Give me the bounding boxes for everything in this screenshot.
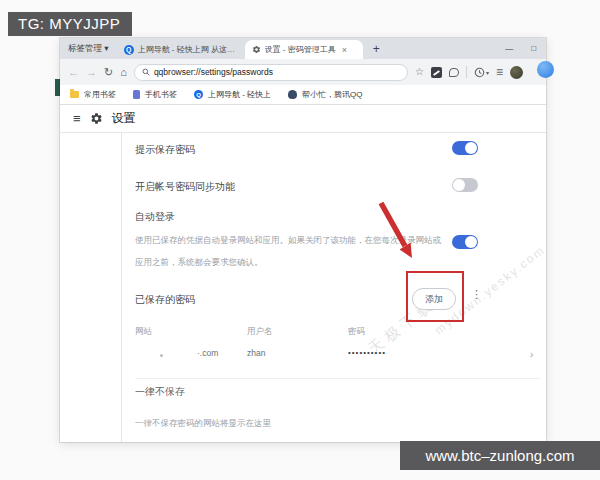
menu-icon[interactable]: ≡ xyxy=(496,66,503,78)
toolbar-divider xyxy=(466,66,467,78)
column-header-site: 网站 xyxy=(135,326,152,338)
url-text: qqbrowser://settings/passwords xyxy=(154,67,273,77)
phone-icon xyxy=(133,90,140,99)
tg-watermark-label: TG: MYYJJPP xyxy=(8,12,132,36)
tab-manager-button[interactable]: 标签管理 ▾ xyxy=(60,43,117,59)
site-watermark-label: www.btc–zunlong.com xyxy=(400,441,600,470)
minimize-button[interactable]: — xyxy=(505,44,513,53)
address-bar[interactable]: qqbrowser://settings/passwords xyxy=(134,64,408,81)
new-tab-button[interactable]: + xyxy=(363,42,390,59)
row-divider xyxy=(135,378,540,379)
row-password-dots: •••••••••• xyxy=(348,348,386,357)
bookmark-star-icon[interactable]: ☆ xyxy=(415,67,424,77)
never-save-label: 一律不保存 xyxy=(135,385,185,399)
page-title: 设置 xyxy=(112,110,136,127)
history-clock-button[interactable]: ▾ xyxy=(474,67,489,78)
home-icon[interactable]: ⌂ xyxy=(120,67,127,78)
forward-icon[interactable]: → xyxy=(86,67,97,78)
maximize-button[interactable]: □ xyxy=(531,44,536,53)
chevron-down-icon: ▾ xyxy=(486,69,489,76)
tab-settings-passwords[interactable]: 设置 - 密码管理工具 × xyxy=(245,40,363,59)
tab-nav-homepage[interactable]: Q 上网导航 - 轻快上网 从这里开始 xyxy=(117,40,245,59)
save-prompt-toggle[interactable] xyxy=(452,141,478,155)
gear-icon xyxy=(252,45,261,54)
folder-icon xyxy=(70,91,79,98)
bookmark-mobile[interactable]: 手机书签 xyxy=(145,89,177,100)
tab-title: 设置 - 密码管理工具 xyxy=(265,44,336,55)
browser-window: 标签管理 ▾ Q 上网导航 - 轻快上网 从这里开始 设置 - 密码管理工具 ×… xyxy=(60,38,546,442)
sync-toggle[interactable] xyxy=(452,178,478,192)
assistant-floating-icon[interactable] xyxy=(537,61,554,78)
chevron-right-icon[interactable]: › xyxy=(530,349,533,360)
site-favicon xyxy=(160,354,163,357)
bookmarks-bar: 常用书签 手机书签 Q 上网导航 - 轻快上 帮小忙，腾讯QQ xyxy=(60,85,546,105)
settings-sidebar xyxy=(60,133,122,442)
penguin-icon xyxy=(288,90,297,99)
qqbrowser-logo-icon: Q xyxy=(194,90,203,99)
bookmark-common[interactable]: 常用书签 xyxy=(84,89,116,100)
row-username: zhan xyxy=(247,348,265,358)
settings-content: mydown.yesky.com 天极下载站 提示保存密码 开启帐号密码同步功能… xyxy=(60,133,546,442)
feedback-bubble-icon[interactable] xyxy=(449,68,459,77)
never-save-description: 一律不保存密码的网站将显示在这里 xyxy=(135,418,271,430)
reload-icon[interactable]: ↻ xyxy=(104,67,113,78)
annotation-highlight-box xyxy=(406,271,464,322)
tab-title: 上网导航 - 轻快上网 从这里开始 xyxy=(138,44,238,55)
row-site: ·.com xyxy=(197,348,218,358)
clock-icon xyxy=(474,67,485,78)
passwords-panel: mydown.yesky.com 天极下载站 提示保存密码 开启帐号密码同步功能… xyxy=(122,133,546,442)
extension-icon[interactable] xyxy=(431,67,442,78)
tab-close-icon[interactable]: × xyxy=(342,45,347,55)
saved-passwords-label: 已保存的密码 xyxy=(135,293,195,307)
profile-avatar[interactable] xyxy=(510,66,523,79)
column-header-username: 用户名 xyxy=(247,326,273,338)
back-icon[interactable]: ← xyxy=(68,67,79,78)
search-icon xyxy=(142,68,150,76)
window-controls: — □ xyxy=(505,38,546,59)
browser-toolbar: ← → ↻ ⌂ qqbrowser://settings/passwords ☆ xyxy=(60,59,546,85)
settings-header: ≡ 设置 xyxy=(60,105,546,133)
gear-icon xyxy=(90,112,103,125)
save-prompt-label: 提示保存密码 xyxy=(135,143,195,157)
screenshot-stage: 标签管理 ▾ Q 上网导航 - 轻快上网 从这里开始 设置 - 密码管理工具 ×… xyxy=(0,0,600,480)
bookmark-qq-helper[interactable]: 帮小忙，腾讯QQ xyxy=(302,89,362,100)
settings-menu-icon[interactable]: ≡ xyxy=(73,111,81,126)
tab-strip: 标签管理 ▾ Q 上网导航 - 轻快上网 从这里开始 设置 - 密码管理工具 ×… xyxy=(60,38,546,59)
more-options-icon[interactable]: ⋮ xyxy=(471,288,482,301)
bookmark-nav[interactable]: 上网导航 - 轻快上 xyxy=(208,89,271,100)
sync-label: 开启帐号密码同步功能 xyxy=(135,180,235,194)
qqbrowser-logo-icon: Q xyxy=(124,45,134,55)
auto-login-toggle[interactable] xyxy=(452,235,478,249)
auto-login-label: 自动登录 xyxy=(135,210,175,224)
auto-login-description: 使用已保存的凭据自动登录网站和应用。如果关闭了该功能，在您每次登录网站或应用之前… xyxy=(135,229,447,273)
column-header-password: 密码 xyxy=(348,326,365,338)
